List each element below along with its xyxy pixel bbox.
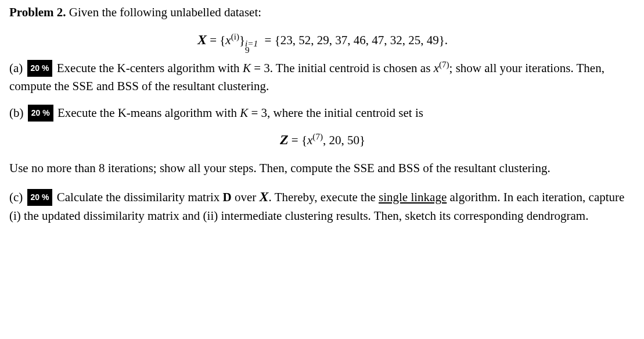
part-a-label: (a) bbox=[9, 61, 23, 75]
part-b-continued: Use no more than 8 iterations; show all … bbox=[9, 159, 636, 178]
part-b-pre: Execute the K-means algorithm with bbox=[57, 106, 240, 120]
part-c-pct-badge: 20 % bbox=[27, 189, 53, 206]
part-c-period: . Thereby, execute the bbox=[269, 190, 379, 204]
problem-intro: Given the following unlabelled dataset: bbox=[69, 5, 261, 19]
part-b-pct-badge: 20 % bbox=[28, 105, 53, 122]
part-a-eq3: = 3. The initial centroid is chosen as bbox=[251, 61, 434, 75]
part-b: (b) 20 % Execute the K-means algorithm w… bbox=[9, 104, 636, 123]
page-root: Problem 2. Given the following unlabelle… bbox=[0, 0, 644, 237]
part-b-eq3: = 3, where the initial centroid set is bbox=[248, 106, 423, 120]
part-c-over: over bbox=[232, 190, 260, 204]
part-b-label: (b) bbox=[9, 106, 24, 120]
dataset-equation: X = {x(i)}9i=1= {23, 52, 29, 37, 46, 47,… bbox=[9, 29, 636, 50]
part-c-label: (c) bbox=[9, 190, 23, 204]
eq-text: = { bbox=[210, 33, 225, 47]
sup-i: (i) bbox=[231, 32, 239, 41]
eq-rest: = {23, 52, 29, 37, 46, 47, 32, 25, 49}. bbox=[265, 33, 448, 47]
part-a: (a) 20 % Execute the K-centers algorithm… bbox=[9, 59, 636, 96]
single-linkage-link: single linkage bbox=[379, 190, 447, 204]
part-a-pre: Execute the K-centers algorithm with bbox=[57, 61, 243, 75]
part-a-body: Execute the K-centers algorithm with K =… bbox=[9, 61, 605, 94]
part-c-body: Calculate the dissimilarity matrix D ove… bbox=[9, 190, 624, 223]
part-c-D: D bbox=[223, 190, 232, 204]
part-b2-body: Use no more than 8 iterations; show all … bbox=[9, 161, 551, 175]
part-c: (c) 20 % Calculate the dissimilarity mat… bbox=[9, 186, 636, 226]
part-b-body: Execute the K-means algorithm with K = 3… bbox=[57, 106, 423, 120]
z-sup7: (7) bbox=[312, 132, 323, 141]
z-eq: = { bbox=[292, 133, 307, 147]
part-a-K: K bbox=[243, 61, 251, 75]
part-b-K: K bbox=[240, 106, 248, 120]
part-a-x: x bbox=[434, 61, 439, 75]
sub-i1: i=1 bbox=[245, 37, 258, 51]
var-x: x bbox=[225, 33, 231, 47]
part-c-pre: Calculate the dissimilarity matrix bbox=[57, 190, 223, 204]
z-rest: , 20, 50} bbox=[323, 133, 365, 147]
centroid-equation: Z = {x(7), 20, 50} bbox=[9, 129, 636, 150]
part-a-sup7: (7) bbox=[439, 60, 449, 69]
problem-header: Problem 2. Given the following unlabelle… bbox=[9, 3, 636, 22]
part-a-pct-badge: 20 % bbox=[27, 60, 53, 77]
problem-title: Problem 2. bbox=[9, 5, 66, 19]
brace-close: } bbox=[239, 33, 245, 47]
script-x: X bbox=[197, 32, 207, 47]
part-c-scriptX: X bbox=[260, 189, 269, 204]
script-z: Z bbox=[280, 132, 289, 147]
z-x: x bbox=[307, 133, 312, 147]
